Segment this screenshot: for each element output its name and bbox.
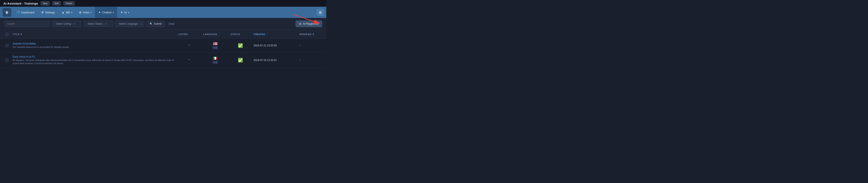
row2-flag-container: 🇮🇹 A 文 (203, 57, 227, 64)
row1-modified-value: / (300, 44, 300, 47)
th-status: STATUS (229, 30, 252, 39)
select-language-dropdown[interactable]: - Select Language - ▾ (115, 21, 144, 27)
title-bar: AI Assistant - Trainings New Edit Delete (0, 0, 326, 7)
ai-chevron-icon: ▾ (128, 11, 129, 13)
grid-button[interactable]: ⊞ (317, 9, 324, 16)
dashboard-icon: 🩺 (16, 11, 20, 14)
row1-title-cell: Seaside Accessibility Our Seaside Apartm… (11, 39, 177, 51)
row2-title-link[interactable]: Early check-in (it-IT) (12, 56, 175, 58)
row2-language-cell: 🇮🇹 A 文 (202, 53, 229, 67)
listing-chevron-icon: ▾ (74, 23, 75, 25)
filter-bar: - Select Listing - ▾ - Select Status - ▾… (0, 18, 326, 30)
row1-checkbox[interactable] (6, 44, 8, 47)
nav-label-chatbot: Chatbot (102, 11, 112, 14)
row1-language-cell: 🇺🇸 A 文 (202, 39, 229, 52)
chatbot-chevron-icon: ▾ (113, 11, 114, 13)
nav-item-ai[interactable]: ✦ AI ▾ (117, 7, 132, 18)
select-listing-label: - Select Listing - (55, 22, 72, 25)
row2-checkbox-cell[interactable] (3, 56, 11, 65)
row2-listing-value: * (189, 59, 190, 62)
table-header: TITLE ⇅ LISTING LANGUAGE STATUS CREATED … (0, 30, 326, 39)
table-row: Early check-in (it-IT) Mi displace, l'ac… (0, 52, 326, 68)
row2-modified-cell: / (298, 56, 323, 65)
row2-description: Mi displace, l'accesso anticipato alla s… (12, 59, 174, 65)
select-status-label: - Select Status - (86, 22, 104, 25)
select-status-dropdown[interactable]: - Select Status - ▾ (84, 21, 113, 27)
row2-flag-icon: 🇮🇹 (213, 57, 218, 60)
row1-status-cell: ✅ (229, 40, 252, 51)
ibe-chevron-icon: ▾ (71, 11, 72, 13)
language-chevron-icon: ▾ (141, 23, 142, 25)
delete-button[interactable]: Delete (63, 1, 75, 5)
hotel-chevron-icon: ▾ (91, 11, 92, 13)
submit-button[interactable]: 🔍 Submit (147, 21, 165, 27)
row1-listing-value: * (189, 44, 190, 47)
page-title: AI Assistant - Trainings (3, 2, 38, 5)
select-language-label: - Select Language - (117, 22, 139, 25)
search-icon: 🔍 (150, 22, 153, 25)
row1-created-date: 2024-07-22 15:55:55 (253, 44, 277, 47)
nav-item-ibe[interactable]: ▲ IBE ▾ (58, 7, 76, 18)
trainings-table: TITLE ⇅ LISTING LANGUAGE STATUS CREATED … (0, 30, 326, 68)
th-modified[interactable]: MODIFIED ⇅ (298, 30, 323, 39)
ai-playground-icon: ⊞ (299, 22, 301, 25)
row2-modified-value: / (300, 59, 300, 62)
row1-description: Our Seaside Apartment is accessible for … (12, 46, 69, 48)
ai-icon: ✦ (121, 11, 123, 14)
table-row: Seaside Accessibility Our Seaside Apartm… (0, 39, 326, 52)
nav-item-chatbot[interactable]: ✦ Chatbot ▾ (95, 7, 117, 18)
ai-playground-button[interactable]: ⊞ AI Playground (296, 21, 322, 27)
nav-logo[interactable]: e (2, 8, 11, 17)
th-language: LANGUAGE (202, 30, 229, 39)
settings-icon: ⚙ (41, 11, 44, 14)
nav-item-dashboard[interactable]: 🩺 Dashboard (13, 7, 38, 18)
nav-label-ibe: IBE (66, 11, 70, 14)
edit-button[interactable]: Edit (52, 1, 61, 5)
th-created[interactable]: CREATED ↓ (252, 30, 298, 39)
th-listing: LISTING (177, 30, 202, 39)
nav-item-hotel[interactable]: ⊞ Hotel ▾ (76, 7, 95, 18)
row1-flag-icon: 🇺🇸 (213, 42, 218, 45)
select-listing-dropdown[interactable]: - Select Listing - ▾ (52, 21, 82, 27)
nav-label-settings: Settings (45, 11, 55, 14)
hotel-icon: ⊞ (79, 11, 82, 14)
submit-input[interactable] (4, 21, 50, 27)
th-checkbox[interactable] (3, 30, 11, 39)
modified-sort-icon: ⇅ (312, 33, 314, 35)
nav-item-settings[interactable]: ⚙ Settings (38, 7, 58, 18)
row1-language-badge: A 文 (213, 46, 218, 49)
title-sort-icon: ⇅ (20, 33, 22, 35)
row2-created-date: 2024-07-19 12:32:51 (253, 59, 277, 62)
clear-button[interactable]: Clear (167, 21, 176, 27)
row1-flag-container: 🇺🇸 A 文 (203, 42, 227, 49)
header-checkbox[interactable] (6, 33, 8, 36)
row1-title-link[interactable]: Seaside Accessibility (12, 42, 175, 45)
row2-title-cell: Early check-in (it-IT) Mi displace, l'ac… (11, 52, 177, 68)
nav-bar: e 🩺 Dashboard ⚙ Settings ▲ IBE ▾ ⊞ Hotel… (0, 7, 326, 18)
row2-listing-cell: * (177, 56, 202, 65)
row2-language-badge: A 文 (213, 61, 218, 64)
row1-listing-cell: * (177, 41, 202, 50)
nav-label-ai: AI (124, 11, 127, 14)
created-sort-icon: ↓ (266, 33, 267, 35)
new-button[interactable]: New (40, 1, 50, 5)
status-chevron-icon: ▾ (105, 23, 106, 25)
row2-status-cell: ✅ (229, 55, 252, 66)
th-title[interactable]: TITLE ⇅ (11, 30, 177, 39)
row2-checkbox[interactable] (6, 59, 8, 62)
nav-label-hotel: Hotel (83, 11, 89, 14)
row2-created-cell: 2024-07-19 12:32:51 (252, 56, 298, 65)
row1-status-icon: ✅ (230, 43, 250, 48)
ibe-icon: ▲ (62, 11, 65, 14)
row1-modified-cell: / (298, 41, 323, 50)
row1-created-cell: 2024-07-22 15:55:55 (252, 41, 298, 50)
row1-checkbox-cell[interactable] (3, 41, 11, 50)
nav-label-dashboard: Dashboard (21, 11, 34, 14)
row2-status-icon: ✅ (230, 58, 250, 63)
chatbot-icon: ✦ (98, 11, 101, 14)
